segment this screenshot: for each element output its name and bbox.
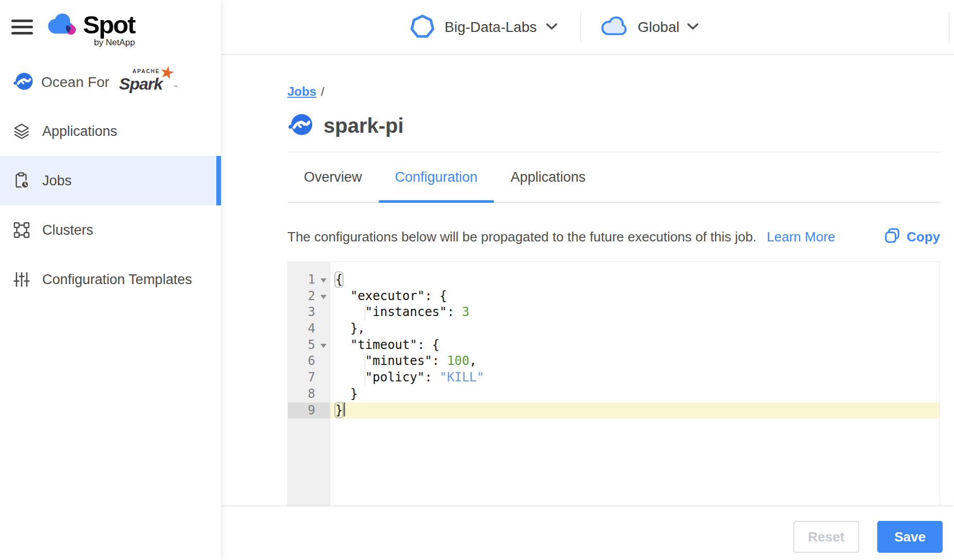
sidebar-item-configuration-templates[interactable]: Configuration Templates <box>0 255 221 304</box>
code-line-7[interactable]: "policy": "KILL" <box>330 370 940 386</box>
save-button[interactable]: Save <box>877 521 943 553</box>
action-footer: Reset Save <box>222 506 954 560</box>
tab-applications[interactable]: Applications <box>494 152 602 202</box>
code-line-9[interactable]: } <box>330 402 940 419</box>
product-header: Ocean For APACHE Spark ™ <box>12 71 171 94</box>
sliders-icon <box>13 271 30 288</box>
code-line-5[interactable]: "timeout": { <box>330 337 940 354</box>
trademark-symbol: ™ <box>173 84 178 90</box>
org-selector[interactable]: Big-Data-Labs <box>410 0 557 54</box>
editor-content[interactable]: { "executor": { "instances": 3 }, "timeo… <box>330 262 940 506</box>
sidebar-item-clusters[interactable]: Clusters <box>0 205 221 255</box>
config-description: The configurations below will be propaga… <box>287 229 757 245</box>
footer-actions: Reset Save <box>793 521 943 553</box>
code-token: "instances": <box>335 305 462 319</box>
json-config-editor[interactable]: 123456789 { "executor": { "instances": 3… <box>287 261 940 506</box>
gutter-line-4: 4 <box>288 321 330 337</box>
gutter-line-3: 3 <box>288 304 330 321</box>
scope-selector[interactable]: Global <box>599 0 699 54</box>
reset-button[interactable]: Reset <box>793 521 859 553</box>
code-line-3[interactable]: "instances": 3 <box>330 304 940 321</box>
breadcrumb: Jobs/ <box>287 84 325 99</box>
code-token: "timeout": { <box>335 338 439 352</box>
spot-cloud-icon <box>47 12 78 38</box>
fold-toggle-icon[interactable] <box>320 278 327 283</box>
code-line-6[interactable]: "minutes": 100, <box>330 353 940 370</box>
code-token: 3 <box>462 305 469 319</box>
breadcrumb-jobs-link[interactable]: Jobs <box>287 84 316 98</box>
page-title-row: spark-pi <box>286 112 404 139</box>
chevron-down-icon <box>687 23 699 32</box>
code-token: "policy": <box>335 370 439 384</box>
code-line-4[interactable]: }, <box>330 321 940 337</box>
code-token: , <box>469 354 476 368</box>
copy-icon <box>884 227 900 246</box>
line-number: 2 <box>308 289 315 303</box>
tab-overview[interactable]: Overview <box>287 152 379 202</box>
header-divider <box>949 13 949 42</box>
code-token: 100 <box>447 354 469 368</box>
spark-wordmark: Spark <box>119 75 162 93</box>
cloud-icon <box>599 14 630 40</box>
code-token: "minutes": <box>335 354 447 368</box>
spark-star-icon <box>158 61 177 83</box>
layers-icon <box>13 122 30 140</box>
gutter-line-9: 9 <box>288 402 330 419</box>
brand-name: Spot <box>83 12 135 37</box>
code-token: } <box>335 387 357 401</box>
gutter-line-2: 2 <box>288 288 330 305</box>
sidebar-item-label: Configuration Templates <box>42 272 192 288</box>
line-number: 7 <box>308 370 315 384</box>
fold-toggle-icon[interactable] <box>320 344 327 348</box>
code-line-8[interactable]: } <box>330 386 940 402</box>
ocean-wave-icon <box>286 112 313 139</box>
line-number: 5 <box>308 338 315 352</box>
sidebar-item-label: Jobs <box>42 173 72 189</box>
code-token: "KILL" <box>439 370 484 384</box>
learn-more-link[interactable]: Learn More <box>767 229 836 245</box>
clipboard-clock-icon <box>13 172 30 189</box>
line-number: 1 <box>308 272 315 287</box>
apache-label: APACHE <box>132 68 160 74</box>
code-line-2[interactable]: "executor": { <box>330 288 940 305</box>
breadcrumb-separator: / <box>321 84 325 98</box>
sidebar-item-jobs[interactable]: Jobs <box>0 156 221 205</box>
copy-button[interactable]: Copy <box>884 227 940 246</box>
text-cursor <box>344 402 345 416</box>
gutter-line-5: 5 <box>288 337 330 354</box>
gutter-line-7: 7 <box>288 370 330 386</box>
sidebar-nav: Applications Jobs Clusters Configuration… <box>0 107 221 304</box>
sidebar: Spot by NetApp Ocean For APACHE Spark ™ … <box>0 0 222 560</box>
heptagon-icon <box>410 13 435 41</box>
ocean-wave-icon <box>12 71 33 94</box>
line-number: 9 <box>308 403 315 417</box>
gutter-line-8: 8 <box>288 386 330 402</box>
line-number: 6 <box>308 354 315 368</box>
tab-bar: OverviewConfigurationApplications <box>287 152 940 203</box>
code-token: }, <box>335 321 365 336</box>
sidebar-item-applications[interactable]: Applications <box>0 107 221 156</box>
org-name: Big-Data-Labs <box>445 19 537 36</box>
brand-byline: by NetApp <box>94 38 134 48</box>
copy-button-label: Copy <box>907 229 940 245</box>
scope-name: Global <box>638 19 679 36</box>
top-header: Big-Data-Labs Global <box>222 0 954 55</box>
line-number: 8 <box>308 387 315 401</box>
code-line-1[interactable]: { <box>330 272 940 288</box>
hamburger-menu-icon[interactable] <box>11 20 33 34</box>
spot-logo[interactable]: Spot by NetApp <box>47 12 135 48</box>
editor-gutter: 123456789 <box>288 262 330 506</box>
page-title: spark-pi <box>323 114 404 137</box>
line-number: 3 <box>308 305 315 319</box>
cluster-nodes-icon <box>13 221 30 239</box>
chevron-down-icon <box>546 23 557 32</box>
sidebar-item-label: Clusters <box>42 222 93 238</box>
config-section-header: The configurations below will be propaga… <box>287 224 940 249</box>
fold-toggle-icon[interactable] <box>320 295 327 299</box>
code-token: } <box>335 403 343 417</box>
sidebar-item-label: Applications <box>42 124 117 139</box>
tab-configuration[interactable]: Configuration <box>379 152 495 202</box>
gutter-line-1: 1 <box>288 272 330 288</box>
header-divider <box>581 13 581 42</box>
gutter-line-6: 6 <box>288 353 330 370</box>
